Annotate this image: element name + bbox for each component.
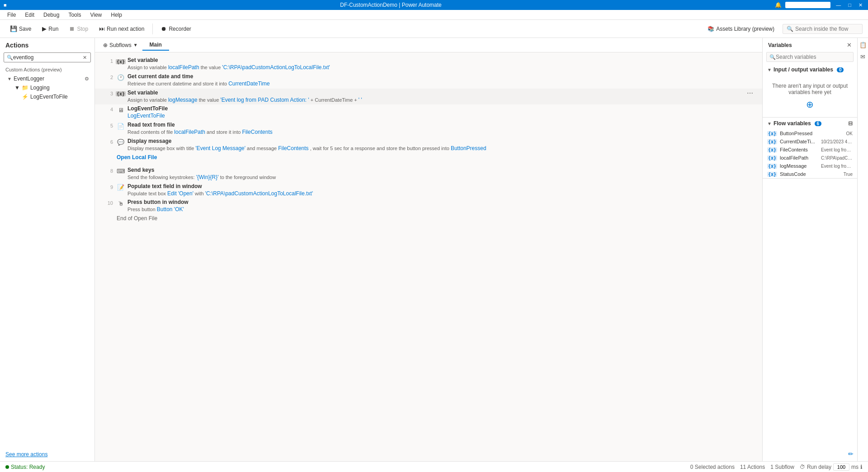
actions-title: Actions: [0, 38, 94, 51]
var-type-icon-1: {x}: [767, 139, 777, 144]
variables-header: Variables ✕: [763, 38, 857, 50]
flow-var-buttonpressed[interactable]: {x} ButtonPressed OK: [763, 129, 857, 137]
run-delay-info[interactable]: ℹ: [860, 464, 863, 470]
assets-button[interactable]: 📚 Assets Library (preview): [703, 24, 779, 34]
logging-expand-icon: ▼: [14, 85, 20, 91]
flow-row-4[interactable]: 4 🖥 LogEventToFile LogEventToFile: [95, 104, 762, 121]
var-type-icon-0: {x}: [767, 131, 777, 136]
flow-row-9[interactable]: 9 📝 Populate text field in window Popula…: [95, 182, 762, 198]
flow-row-6[interactable]: 6 💬 Display message Display message box …: [95, 137, 762, 153]
menu-file[interactable]: File: [4, 11, 19, 19]
run-next-button[interactable]: ⏭ Run next action: [94, 24, 149, 34]
row-num-6: 6: [102, 138, 113, 145]
close-btn[interactable]: ✕: [857, 2, 864, 9]
flow-canvas[interactable]: 1 {x} Set variable Assign to variable lo…: [95, 52, 762, 461]
toolbar-right: 📚 Assets Library (preview) 🔍: [703, 24, 863, 34]
io-add-icon[interactable]: ⊕: [770, 99, 850, 110]
search-flow-input[interactable]: [795, 26, 859, 32]
flow-row-5[interactable]: 5 📄 Read text from file Read contents of…: [95, 121, 762, 137]
row-num-10: 10: [102, 199, 113, 206]
var-search-input[interactable]: [776, 54, 850, 60]
status-ready: Status: Ready: [5, 464, 45, 470]
save-button[interactable]: 💾 Save: [5, 24, 36, 34]
menu-edit[interactable]: Edit: [21, 11, 38, 19]
menu-tools[interactable]: Tools: [65, 11, 85, 19]
sidebar-icon-2[interactable]: ✉: [858, 52, 868, 61]
flow-filter-icon[interactable]: ⊟: [848, 120, 853, 127]
flow-variables-section: ▼ Flow variables 6 ⊟ {x} ButtonPressed O…: [763, 118, 857, 179]
io-variables-section: ▼ Input / output variables 0 There aren'…: [763, 64, 857, 118]
text-icon-9: 📝: [117, 184, 124, 191]
subflows-button[interactable]: ⊕ Subflows ▼: [99, 40, 142, 50]
action-content-7: Open Local File: [117, 154, 755, 160]
see-more-actions[interactable]: See more actions: [0, 448, 94, 461]
flow-var-statuscode[interactable]: {x} StatusCode True: [763, 170, 857, 178]
flow-row-1[interactable]: 1 {x} Set variable Assign to variable lo…: [95, 56, 762, 72]
action-icon-6: 💬: [117, 138, 125, 146]
flow-section-header[interactable]: ▼ Flow variables 6 ⊟: [763, 118, 857, 129]
eventlogger-gear-icon[interactable]: ⚙: [85, 76, 89, 82]
action-desc-6: Display message box with title 'Event Lo…: [127, 145, 755, 152]
maximize-btn[interactable]: □: [846, 2, 853, 8]
toolbar-divider: [152, 24, 153, 34]
val-space: ' ': [359, 97, 362, 103]
variables-title: Variables: [768, 42, 792, 48]
flow-var-currentdatetime[interactable]: {x} CurrentDateTi... 10/21/2023 4:58:53.…: [763, 137, 857, 146]
run-delay-input[interactable]: [833, 463, 849, 471]
action-more-btn-3[interactable]: ⋯: [745, 90, 755, 97]
flow-row-7[interactable]: Open Local File: [95, 153, 762, 166]
flow-row-3[interactable]: 3 {x} Set variable Assign to variable lo…: [95, 89, 762, 105]
flow-row-11[interactable]: End of Open File: [95, 214, 762, 227]
flow-row-10[interactable]: 10 🖱 Press button in window Press button…: [95, 198, 762, 214]
action-icon-1: {x}: [117, 57, 125, 66]
action-icon-9: 📝: [117, 184, 125, 192]
flow-row-8[interactable]: 8 ⌨ Send keys Send the following keystro…: [95, 166, 762, 182]
sidebar-icon-bar: 📋 ✉: [857, 38, 868, 461]
val-filecontents-6: FileContents: [278, 145, 308, 151]
action-icon-10: 🖱: [117, 199, 125, 208]
clock-icon-2: 🕐: [117, 74, 124, 81]
flow-var-logmessage[interactable]: {x} logMessage Event log from PAD...: [763, 162, 857, 170]
tree-item-logeventtofile[interactable]: ⚡ LogEventToFile: [0, 92, 94, 101]
row-num-5: 5: [102, 122, 113, 128]
io-section-header[interactable]: ▼ Input / output variables 0: [763, 64, 857, 76]
row-num-1: 1: [102, 57, 113, 64]
run-button[interactable]: ▶ Run: [38, 24, 63, 34]
actions-search-clear[interactable]: ✕: [82, 55, 88, 61]
row-num-9: 9: [102, 183, 113, 190]
actions-search-input[interactable]: [13, 54, 82, 61]
menu-debug[interactable]: Debug: [40, 11, 63, 19]
search-flow-icon: 🔍: [787, 26, 793, 32]
action-desc-3: Assign to variable logMessage the value …: [127, 96, 745, 104]
status-bar: Status: Ready 0 Selected actions 11 Acti…: [0, 461, 868, 472]
flow-var-filecontents[interactable]: {x} FileContents Event log from PAD...: [763, 146, 857, 154]
io-empty-message: There aren't any input or output variabl…: [763, 76, 857, 117]
var-value-4: Event log from PAD...: [821, 164, 853, 169]
var-name-3: localFilePath: [780, 155, 818, 160]
val-currentdatetime: CurrentDateTime: [228, 80, 270, 87]
run-delay-unit: ms: [851, 464, 859, 470]
tree-item-logging[interactable]: ▼ 📁 Logging: [0, 83, 94, 92]
action-content-8: Send keys Send the following keystrokes:…: [127, 167, 755, 181]
recorder-button[interactable]: ⏺ Recorder: [156, 24, 195, 34]
flow-chevron-icon: ▼: [767, 121, 772, 126]
menu-view[interactable]: View: [86, 11, 105, 19]
stop-button[interactable]: ⏹ Stop: [65, 24, 93, 34]
action-desc-4: LogEventToFile: [127, 112, 755, 120]
tree-item-eventlogger[interactable]: ▼ EventLogger ⚙: [0, 74, 94, 83]
user-field[interactable]: [785, 2, 830, 8]
close-variables-btn[interactable]: ✕: [847, 42, 852, 48]
minimize-btn[interactable]: —: [834, 2, 843, 8]
status-dot: [5, 465, 9, 469]
main-tab[interactable]: Main: [142, 40, 169, 51]
action-icon-3: {x}: [117, 90, 125, 98]
sidebar-icon-1[interactable]: 📋: [858, 40, 868, 50]
notification-icon[interactable]: 🔔: [775, 2, 782, 8]
edit-variables-icon[interactable]: ✏: [848, 450, 854, 458]
status-bar-right: 0 Selected actions 11 Actions 1 Subflow …: [690, 463, 863, 471]
flow-var-localfilepath[interactable]: {x} localFilePath C:\RPA\padCusto...: [763, 154, 857, 162]
menu-help[interactable]: Help: [107, 11, 126, 19]
action-icon-8: ⌨: [117, 167, 125, 175]
toolbar: 💾 Save ▶ Run ⏹ Stop ⏭ Run next action ⏺ …: [0, 20, 868, 38]
flow-row-2[interactable]: 2 🕐 Get current date and time Retrieve t…: [95, 72, 762, 89]
